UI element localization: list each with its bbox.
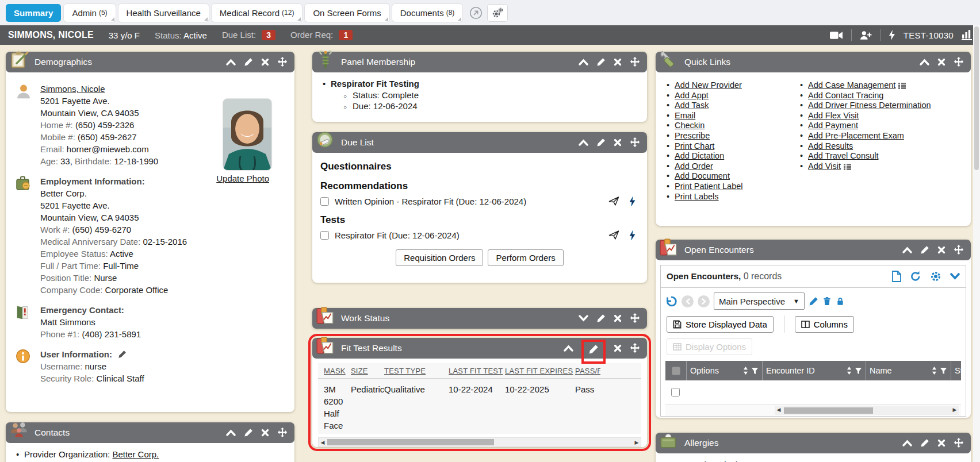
settings-gears-icon[interactable] [487,4,508,22]
new-document-icon[interactable] [892,271,901,282]
edit-icon[interactable] [596,138,606,147]
filter-funnel-icon[interactable] [940,367,947,375]
previous-perspective-icon[interactable] [682,295,694,307]
move-icon[interactable] [277,57,288,67]
scroll-left-icon[interactable]: ◀ [775,406,782,413]
scroll-left-icon[interactable]: ◀ [319,439,326,446]
link-add-task[interactable]: Add Task [675,101,709,110]
select-all-checkbox[interactable] [672,367,680,375]
column-header-size[interactable]: SIZE [351,367,384,375]
filter-funnel-icon[interactable] [855,367,862,375]
store-displayed-data-button[interactable]: Store Displayed Data [667,316,774,333]
link-add-appt[interactable]: Add Appt [675,91,709,100]
test-checkbox[interactable] [320,231,329,240]
link-add-travel-consult[interactable]: Add Travel Consult [808,151,879,160]
refresh-icon[interactable] [910,271,921,282]
collapse-icon[interactable] [902,440,912,446]
due-list-badge[interactable]: 3 [262,30,275,40]
collapse-icon[interactable] [226,429,236,436]
external-link-icon[interactable] [469,6,483,20]
patient-name-link[interactable]: Simmons, Nicole [40,84,105,94]
edit-icon[interactable] [596,57,606,67]
delete-perspective-icon[interactable] [822,296,832,306]
column-header-mask[interactable]: MASK [324,367,351,375]
close-icon[interactable] [261,58,269,66]
edit-icon[interactable] [596,314,606,323]
collapse-icon[interactable] [579,59,588,66]
video-camera-icon[interactable] [830,31,843,40]
close-icon[interactable] [614,138,622,147]
column-header-name[interactable]: Name [866,361,951,380]
move-icon[interactable] [954,245,964,255]
requisition-orders-button[interactable]: Requisition Orders [396,249,483,266]
close-icon[interactable] [614,314,622,322]
column-header-last-fit-expires[interactable]: LAST FIT EXPIRES [505,367,575,375]
quick-order-bolt-icon[interactable] [629,197,636,206]
undo-icon[interactable] [665,295,677,307]
edit-icon[interactable] [244,428,253,437]
order-req-badge[interactable]: 1 [339,30,353,40]
close-icon[interactable] [937,246,945,254]
link-add-dictation[interactable]: Add Dictation [675,151,724,160]
link-print-chart[interactable]: Print Chart [675,141,714,151]
scroll-right-icon[interactable]: ▶ [633,439,640,446]
close-icon[interactable] [614,58,622,66]
tab-admin[interactable]: Admin (5) [64,4,115,22]
link-add-contact-tracing[interactable]: Add Contact Tracing [808,91,883,100]
link-add-payment[interactable]: Add Payment [808,121,858,130]
page-scrollbar[interactable] [973,25,980,462]
move-icon[interactable] [630,137,640,148]
move-icon[interactable] [277,428,288,438]
perspective-select[interactable]: Main Perspective ▼ [714,292,805,310]
close-icon[interactable] [937,439,945,447]
collapse-icon[interactable] [920,59,929,66]
columns-button[interactable]: Columns [795,316,854,333]
link-add-visit[interactable]: Add Visit [808,161,841,171]
link-add-case-management[interactable]: Add Case Management [808,80,895,90]
scrollbar-thumb[interactable] [784,407,873,414]
quick-order-bolt-icon[interactable] [629,230,636,240]
edit-perspective-icon[interactable] [809,297,818,306]
move-icon[interactable] [630,343,640,353]
expand-icon[interactable] [579,315,588,322]
list-menu-icon[interactable] [898,83,906,89]
edit-icon[interactable] [588,344,599,355]
sort-icon[interactable] [847,367,852,375]
column-header-options[interactable]: Options [686,361,762,380]
collapse-icon[interactable] [579,139,588,146]
move-icon[interactable] [954,57,964,67]
link-add-driver-fitness-determination[interactable]: Add Driver Fitness Determination [808,101,931,110]
chevron-down-icon[interactable] [950,273,960,280]
link-email[interactable]: Email [675,111,695,120]
tab-summary[interactable]: Summary [6,4,61,22]
link-checkin[interactable]: Checkin [675,121,705,130]
list-menu-icon[interactable] [844,164,851,170]
row-checkbox[interactable] [671,388,680,396]
column-header-test-type[interactable]: TEST TYPE [384,367,449,375]
lightning-icon[interactable] [889,30,895,40]
move-icon[interactable] [630,57,640,67]
horizontal-scrollbar[interactable]: ◀ ▶ [318,437,641,447]
link-add-order[interactable]: Add Order [675,161,713,171]
scroll-right-icon[interactable]: ▶ [951,406,958,413]
link-add-results[interactable]: Add Results [808,141,853,151]
recommendation-checkbox[interactable] [320,197,329,206]
scrollbar-thumb[interactable] [327,439,494,445]
edit-icon[interactable] [920,438,929,448]
tab-medical-record[interactable]: Medical Record (12) [212,4,303,22]
column-header-encounter-id[interactable]: Encounter ID [762,361,866,380]
edit-icon[interactable] [920,245,929,255]
close-icon[interactable] [614,344,622,352]
sort-icon[interactable] [932,367,937,375]
send-paper-plane-icon[interactable] [608,230,620,240]
column-header-status[interactable]: Status [951,361,961,380]
column-header-pass-fail[interactable]: PASS/FAIL [575,367,600,375]
gear-icon[interactable] [930,271,941,282]
link-prescribe[interactable]: Prescribe [675,131,710,140]
next-perspective-icon[interactable] [698,295,710,307]
scrollbar-thumb[interactable] [974,26,979,170]
collapse-icon[interactable] [564,345,573,352]
link-add-pre-placement-exam[interactable]: Add Pre-Placement Exam [808,131,904,140]
tab-documents[interactable]: Documents (8) [392,4,463,22]
collapse-icon[interactable] [902,247,912,253]
